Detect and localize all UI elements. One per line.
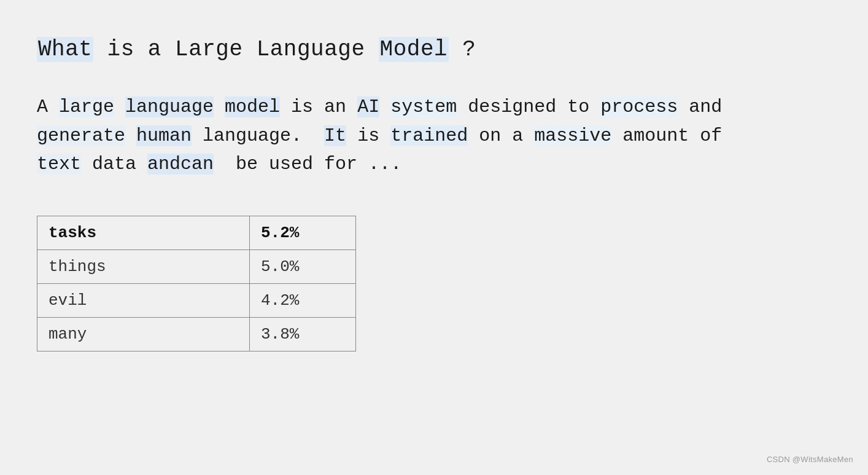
description-text: A large language model is an AI system d… bbox=[37, 93, 761, 179]
title-what: What bbox=[37, 37, 93, 62]
table-cell-label: tasks bbox=[37, 216, 250, 249]
main-content: What is a Large Language Model ? A large… bbox=[0, 0, 868, 376]
table-cell-label: many bbox=[37, 317, 250, 351]
table-cell-value: 5.0% bbox=[250, 249, 356, 283]
title-model: Model bbox=[379, 37, 449, 62]
data-table: tasks 5.2% things 5.0% evil 4.2% many 3.… bbox=[37, 216, 356, 351]
watermark: CSDN @WitsMakeMen bbox=[767, 455, 853, 464]
table-row: evil 4.2% bbox=[37, 283, 356, 317]
table-cell-label: evil bbox=[37, 283, 250, 317]
table-cell-value: 3.8% bbox=[250, 317, 356, 351]
table-row: many 3.8% bbox=[37, 317, 356, 351]
table-cell-value: 5.2% bbox=[250, 216, 356, 249]
table-cell-label: things bbox=[37, 249, 250, 283]
table-row: tasks 5.2% bbox=[37, 216, 356, 249]
table-row: things 5.0% bbox=[37, 249, 356, 283]
table-cell-value: 4.2% bbox=[250, 283, 356, 317]
page-title: What is a Large Language Model ? bbox=[37, 37, 831, 62]
